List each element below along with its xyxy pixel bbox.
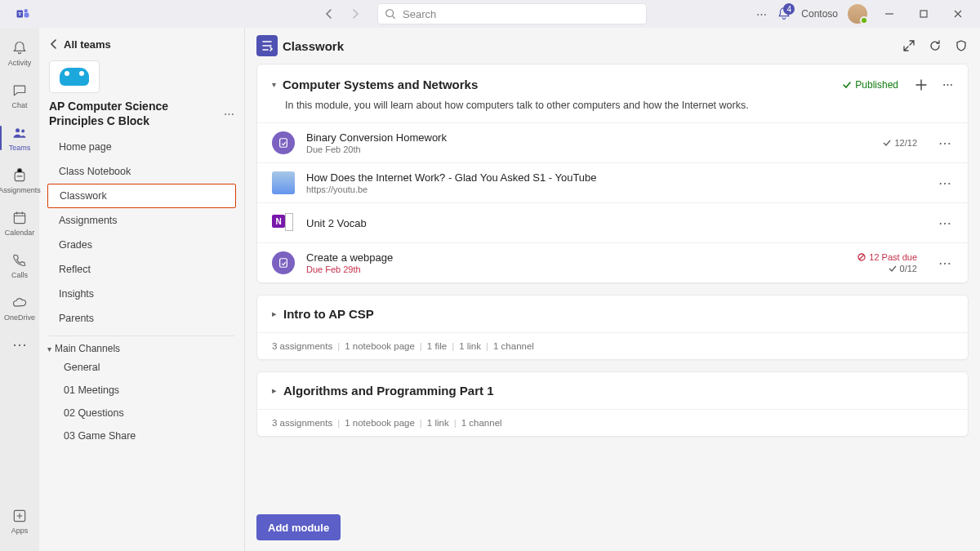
- nav-class-notebook[interactable]: Class Notebook: [39, 159, 244, 184]
- resource-unit-2-vocab[interactable]: N Unit 2 Vocab ⋯: [257, 202, 968, 242]
- chevron-right-icon: [350, 9, 360, 19]
- channel-02-questions[interactable]: 02 Questions: [39, 402, 244, 424]
- shield-button[interactable]: [954, 38, 969, 53]
- calendar-icon: [11, 210, 28, 226]
- resource-more-button[interactable]: ⋯: [937, 256, 953, 271]
- chevron-down-icon[interactable]: ▾: [272, 80, 276, 89]
- nav-grades[interactable]: Grades: [39, 233, 244, 257]
- chevron-down-icon: ▾: [47, 344, 51, 353]
- notifications-button[interactable]: 4: [777, 7, 791, 21]
- rail-assignments[interactable]: Assignments: [0, 160, 39, 201]
- module-collapsed-intro: ▸ Intro to AP CSP 3 assignments|1 notebo…: [256, 295, 969, 360]
- module-toggle[interactable]: ▸ Intro to AP CSP: [257, 295, 968, 332]
- resource-more-button[interactable]: ⋯: [937, 176, 953, 191]
- chevron-left-icon: [49, 39, 59, 49]
- module-description: In this module, you will learn about how…: [257, 96, 968, 122]
- channel-01-meetings[interactable]: 01 Meetings: [39, 379, 244, 402]
- bell-icon: [11, 40, 28, 56]
- classwork-app-icon: [256, 35, 278, 56]
- divider: [49, 335, 234, 336]
- module-summary: 3 assignments|1 notebook page|1 file|1 l…: [257, 332, 968, 359]
- org-label: Contoso: [801, 8, 838, 20]
- checkmark-icon: [889, 264, 897, 273]
- resource-more-button[interactable]: ⋯: [937, 136, 953, 151]
- module-expanded: ▾ Computer Systems and Networks Publishe…: [256, 64, 969, 283]
- assignment-icon: [272, 131, 295, 154]
- published-status: Published: [842, 79, 898, 91]
- window-maximize-button[interactable]: [911, 3, 936, 24]
- back-all-teams[interactable]: All teams: [39, 28, 244, 60]
- team-more-button[interactable]: ⋯: [224, 108, 234, 120]
- resource-youtube-link[interactable]: How Does the Internet Work? - Glad You A…: [257, 162, 968, 202]
- chevron-left-icon: [324, 9, 334, 19]
- rail-calls[interactable]: Calls: [0, 245, 39, 286]
- chevron-right-icon: ▸: [272, 309, 277, 319]
- phone-icon: [11, 252, 28, 269]
- titlebar-more-button[interactable]: ⋯: [756, 8, 767, 20]
- module-summary: 3 assignments|1 notebook page|1 link|1 c…: [257, 409, 968, 436]
- expand-icon: [902, 39, 915, 52]
- rail-onedrive[interactable]: OneDrive: [0, 287, 39, 328]
- nav-assignments[interactable]: Assignments: [39, 208, 244, 233]
- nav-parents[interactable]: Parents: [39, 306, 244, 331]
- team-avatar: [49, 60, 100, 93]
- checkmark-icon: [883, 139, 891, 147]
- app-logo: T: [5, 7, 41, 21]
- refresh-button[interactable]: [928, 38, 942, 53]
- people-icon: [11, 125, 28, 141]
- window-minimize-button[interactable]: [877, 3, 902, 24]
- resource-more-button[interactable]: ⋯: [937, 216, 953, 231]
- nav-insights[interactable]: Insights: [39, 282, 244, 306]
- past-due-badge: 12 Past due: [858, 252, 917, 262]
- channel-03-game-share[interactable]: 03 Game Share: [39, 424, 244, 447]
- plus-icon: [915, 78, 928, 91]
- svg-point-4: [386, 10, 394, 17]
- teams-logo-icon: T: [16, 7, 30, 21]
- user-avatar[interactable]: [848, 4, 867, 24]
- refresh-icon: [929, 39, 942, 52]
- svg-rect-12: [280, 259, 287, 268]
- rail-calendar[interactable]: Calendar: [0, 202, 39, 243]
- page-title: Classwork: [283, 39, 344, 53]
- channel-general[interactable]: General: [39, 356, 244, 379]
- rail-apps[interactable]: Apps: [0, 500, 39, 541]
- add-module-button[interactable]: Add module: [256, 514, 341, 540]
- nav-home-page[interactable]: Home page: [39, 135, 244, 159]
- team-name: AP Computer Science Principles C Block: [49, 100, 219, 128]
- nav-reflect[interactable]: Reflect: [39, 257, 244, 282]
- presence-available-icon: [860, 16, 868, 24]
- nav-forward-button[interactable]: [345, 3, 366, 24]
- window-close-button[interactable]: [946, 3, 970, 24]
- expand-button[interactable]: [902, 38, 916, 53]
- svg-text:T: T: [18, 11, 22, 16]
- nav-classwork[interactable]: Classwork: [47, 184, 236, 208]
- svg-rect-3: [24, 13, 29, 18]
- chevron-right-icon: ▸: [272, 385, 277, 396]
- module-add-button[interactable]: [915, 78, 928, 91]
- video-thumbnail-icon: [272, 171, 295, 194]
- rail-chat[interactable]: Chat: [0, 75, 39, 116]
- turned-in-count: 12/12: [883, 138, 917, 148]
- channels-section-header[interactable]: ▾ Main Channels: [39, 341, 244, 356]
- module-collapsed-algorithms: ▸ Algorithms and Programming Part 1 3 as…: [256, 371, 969, 437]
- shield-icon: [955, 39, 968, 52]
- search-input[interactable]: Search: [377, 3, 647, 24]
- svg-rect-5: [920, 11, 927, 17]
- resource-binary-conversion[interactable]: Binary Conversion Homework Due Feb 20th …: [257, 122, 968, 162]
- title-bar: T Search ⋯ 4 Contoso: [0, 0, 980, 28]
- module-toggle[interactable]: ▸ Algorithms and Programming Part 1: [257, 372, 968, 409]
- rail-activity[interactable]: Activity: [0, 33, 39, 73]
- svg-point-7: [21, 130, 24, 133]
- channel-panel: All teams AP Computer Science Principles…: [39, 28, 245, 551]
- rail-teams[interactable]: Teams: [0, 118, 39, 158]
- rail-more-button[interactable]: ⋯: [12, 331, 27, 358]
- svg-rect-11: [280, 139, 287, 148]
- nav-back-button[interactable]: [318, 3, 340, 24]
- resource-create-webpage[interactable]: Create a webpage Due Feb 29th 12 Past du…: [257, 242, 968, 282]
- checkmark-icon: [842, 80, 852, 90]
- main-area: Classwork ▾ Computer Systems and Network…: [245, 28, 980, 551]
- svg-rect-9: [14, 213, 24, 224]
- backpack-icon: [11, 167, 28, 184]
- module-title: Computer Systems and Networks: [283, 78, 835, 91]
- module-more-button[interactable]: ⋯: [942, 78, 953, 91]
